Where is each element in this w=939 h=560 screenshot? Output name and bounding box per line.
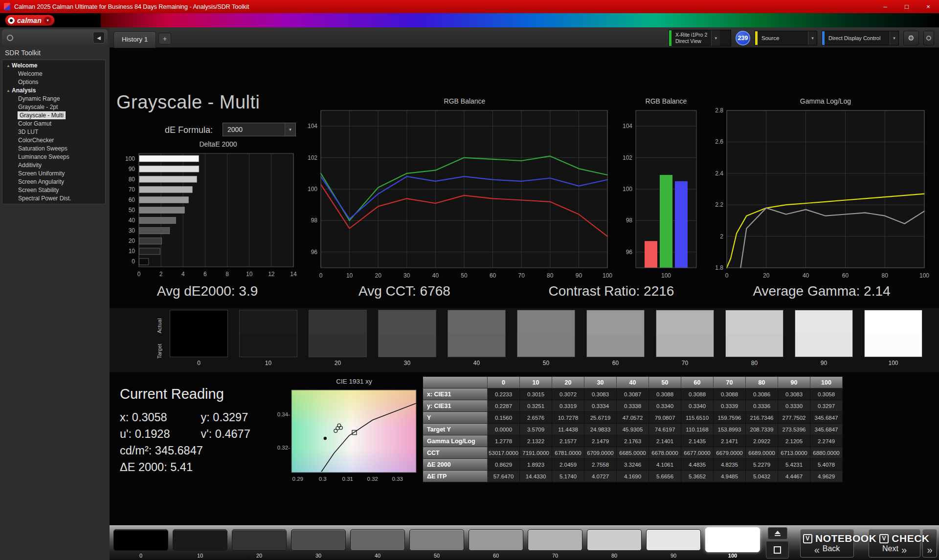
- display-control-selector[interactable]: Direct Display Control ▾: [822, 31, 899, 45]
- svg-text:10: 10: [129, 248, 135, 255]
- rgb-balance-line-canvas: 96981001021040102030405060708090100: [299, 107, 616, 280]
- svg-text:70: 70: [129, 186, 135, 193]
- table-cell: 2.1401: [649, 435, 681, 447]
- tab-bar: History 1 + X-Rite i1Pro 2 Direct View ▾…: [110, 27, 939, 48]
- svg-text:4: 4: [181, 271, 185, 278]
- expander-icon: ▴: [7, 62, 9, 70]
- table-cell: 0.3251: [520, 400, 552, 412]
- grayscale-swatch-80: [725, 310, 783, 357]
- sidebar-item-additivity[interactable]: Additivity: [2, 161, 105, 170]
- level-button-90[interactable]: [646, 529, 701, 551]
- swatch-target-half: [795, 334, 852, 357]
- row-label-y: Y: [423, 412, 488, 424]
- cie-chart-canvas: 0.290.30.310.320.330.34-0.32-: [269, 387, 422, 484]
- deltae-chart-canvas: 024681012141009080706050403020100: [113, 150, 305, 279]
- sidebar-item-screen-uniformity[interactable]: Screen Uniformity: [2, 170, 105, 178]
- table-cell: 115.6510: [681, 412, 714, 424]
- tab-history-1[interactable]: History 1: [113, 31, 156, 48]
- sidebar-item-color-gamut[interactable]: Color Gamut: [2, 120, 105, 128]
- sidebar-item-luminance-sweeps[interactable]: Luminance Sweeps: [2, 153, 105, 161]
- level-button-label: 30: [291, 553, 346, 559]
- level-button-60[interactable]: [469, 529, 523, 551]
- de-formula-select[interactable]: 2000 ▾: [223, 123, 296, 136]
- svg-text:8: 8: [225, 271, 229, 278]
- rgb-balance-bar-chart: RGB Balance 9698100102104100: [615, 97, 707, 280]
- table-cell: 45.9305: [617, 424, 649, 435]
- svg-text:0.31: 0.31: [342, 476, 353, 482]
- calman-menu-button[interactable]: calman ▾: [5, 15, 55, 26]
- level-button-30[interactable]: [291, 529, 346, 551]
- stop-pattern-button[interactable]: [766, 541, 789, 559]
- close-button[interactable]: ×: [917, 0, 939, 13]
- sidebar-item-grayscale-multi[interactable]: Grayscale - Multi: [2, 111, 105, 120]
- eject-button[interactable]: [768, 527, 787, 539]
- tree-group-welcome[interactable]: ▴Welcome: [2, 62, 105, 70]
- swatch-target-half: [865, 334, 922, 357]
- sidebar-item-colorchecker[interactable]: ColorChecker: [2, 136, 105, 145]
- maximize-button[interactable]: □: [896, 0, 917, 13]
- sidebar-item-options[interactable]: Options: [2, 78, 105, 86]
- svg-text:80: 80: [882, 272, 889, 279]
- level-button-10[interactable]: [173, 529, 227, 551]
- table-cell: 277.7502: [778, 412, 810, 424]
- level-button-20[interactable]: [232, 529, 287, 551]
- column-header-50: 50: [649, 377, 681, 388]
- swatch-actual-half: [656, 310, 714, 334]
- chart-title: Gamma Log/Log: [706, 97, 932, 107]
- sidebar-item-spectral-power-dist[interactable]: Spectral Power Dist.: [2, 194, 105, 203]
- sidebar-title: SDR Toolkit: [5, 49, 41, 57]
- level-button-100[interactable]: [705, 527, 760, 552]
- level-button-label: 60: [469, 553, 523, 559]
- chevron-down-icon: ▾: [285, 123, 295, 136]
- sidebar-item-screen-stability[interactable]: Screen Stability: [2, 186, 105, 194]
- sidebar-item-grayscale-2pt[interactable]: Grayscale - 2pt: [2, 103, 105, 111]
- table-cell: 0.3087: [617, 388, 649, 400]
- table-cell: 0.0000: [488, 424, 520, 435]
- svg-text:0.32: 0.32: [367, 476, 378, 482]
- table-cell: 5.2279: [746, 459, 778, 471]
- chevron-down-icon: ▾: [890, 31, 898, 45]
- next-button[interactable]: Next »: [869, 529, 920, 558]
- settings-button[interactable]: ⚙: [903, 31, 919, 45]
- collapse-sidebar-button[interactable]: ◀: [93, 32, 105, 43]
- column-header-80: 80: [746, 377, 778, 388]
- sidebar-item-welcome[interactable]: Welcome: [2, 70, 105, 78]
- source-selector[interactable]: Source ▾: [755, 31, 817, 45]
- swatch-level-label: 90: [795, 360, 853, 366]
- forward-skip-button[interactable]: »: [922, 529, 937, 558]
- level-button-40[interactable]: [350, 529, 405, 551]
- rainbow-stripe: [101, 13, 939, 27]
- sidebar-item-saturation-sweeps[interactable]: Saturation Sweeps: [2, 145, 105, 153]
- chart-title: DeltaE 2000: [113, 140, 305, 150]
- level-button-80[interactable]: [587, 529, 642, 551]
- level-button-label: 90: [646, 553, 701, 559]
- tree-group-analysis[interactable]: ▴Analysis: [2, 86, 105, 95]
- deltae-bar-70: [139, 186, 193, 193]
- sidebar-header: ◀: [2, 29, 108, 46]
- avg-gamma-stat: Average Gamma: 2.14: [753, 283, 890, 299]
- meter-count-badge[interactable]: 239: [736, 31, 750, 45]
- table-cell: 0.3339: [714, 400, 746, 412]
- row-label-e-itp: ΔE ITP: [423, 471, 488, 482]
- back-button[interactable]: « Back: [800, 529, 854, 558]
- sidebar-item-3d-lut[interactable]: 3D LUT: [2, 128, 105, 136]
- level-button-70[interactable]: [528, 529, 582, 551]
- level-button-50[interactable]: [409, 529, 464, 551]
- secondary-settings-button[interactable]: [923, 31, 934, 45]
- meter-selector[interactable]: X-Rite i1Pro 2 Direct View ▾: [669, 30, 731, 46]
- minimize-button[interactable]: –: [874, 0, 896, 13]
- contrast-ratio-stat: Contrast Ratio: 2216: [549, 283, 674, 299]
- svg-text:30: 30: [403, 272, 410, 279]
- level-button-label: 50: [409, 553, 464, 559]
- level-button-0[interactable]: [113, 529, 168, 551]
- grayscale-swatch-strip: Actual Target 0102030405060708090100: [110, 308, 939, 372]
- sidebar-item-dynamic-range[interactable]: Dynamic Range: [2, 95, 105, 103]
- swatch-target-half: [517, 334, 575, 357]
- sidebar-item-screen-angularity[interactable]: Screen Angularity: [2, 178, 105, 186]
- grayscale-swatch-60: [586, 310, 645, 357]
- table-cell: 1.8923: [520, 459, 552, 471]
- record-icon[interactable]: [7, 35, 13, 41]
- table-cell: 0.3058: [810, 388, 843, 400]
- add-tab-button[interactable]: +: [158, 33, 171, 44]
- svg-text:96: 96: [311, 249, 318, 256]
